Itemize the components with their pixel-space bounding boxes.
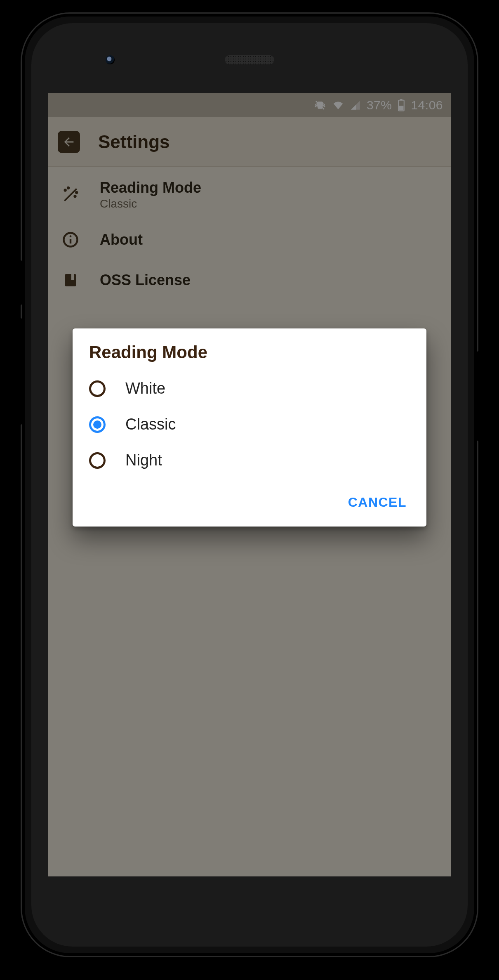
- option-night[interactable]: Night: [73, 442, 426, 478]
- option-classic[interactable]: Classic: [73, 406, 426, 442]
- front-camera: [106, 55, 115, 64]
- radio-selected-icon: [89, 416, 106, 433]
- screen: 37% 14:06 Settings: [48, 93, 451, 876]
- phone-frame: 37% 14:06 Settings: [21, 12, 478, 957]
- radio-icon: [89, 452, 106, 469]
- option-label: White: [125, 380, 165, 397]
- cancel-button[interactable]: CANCEL: [341, 489, 414, 516]
- volume-up-button: [16, 260, 22, 305]
- volume-down-button: [16, 318, 22, 425]
- earpiece-speaker: [225, 55, 274, 64]
- option-white[interactable]: White: [73, 371, 426, 406]
- option-label: Classic: [125, 416, 176, 433]
- phone-bezel: 37% 14:06 Settings: [31, 23, 468, 947]
- dialog-options: White Classic Night: [73, 367, 426, 482]
- dialog-actions: CANCEL: [73, 482, 426, 520]
- option-label: Night: [125, 451, 162, 469]
- power-button: [477, 351, 483, 442]
- reading-mode-dialog: Reading Mode White Classic Night: [73, 328, 426, 527]
- dialog-title: Reading Mode: [73, 342, 426, 367]
- radio-icon: [89, 380, 106, 397]
